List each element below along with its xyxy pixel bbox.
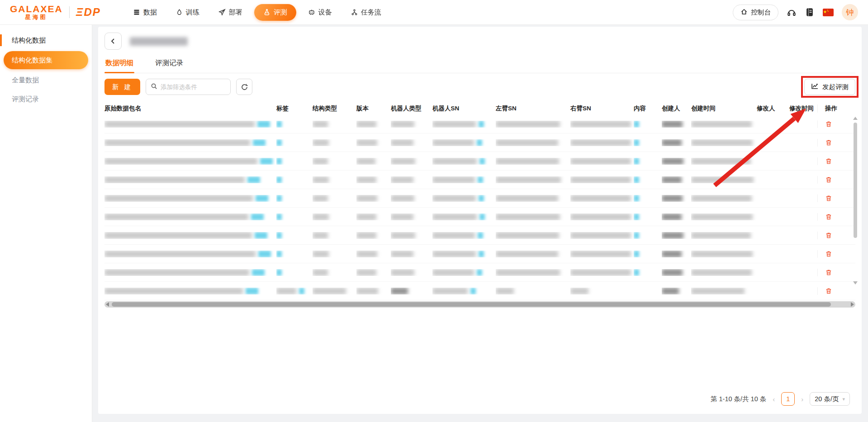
cell-rightsn	[570, 139, 634, 146]
redacted-text	[662, 251, 682, 257]
scroll-right-arrow-icon[interactable]	[851, 302, 854, 307]
redacted-text	[313, 195, 328, 202]
cell-action	[817, 194, 855, 202]
nav-item-2[interactable]: 部署	[211, 5, 250, 20]
redacted-text	[691, 288, 745, 294]
cell-action	[817, 213, 855, 221]
nav-menu: 数据训练部署评测设备任务流	[126, 4, 389, 21]
tab-1[interactable]: 评测记录	[154, 55, 184, 73]
delete-button[interactable]	[825, 157, 832, 165]
delete-button[interactable]	[825, 287, 832, 295]
redacted-text	[570, 251, 631, 257]
redacted-text	[662, 232, 683, 239]
sidebar-item-1[interactable]: 结构化数据集	[4, 51, 88, 69]
scroll-left-arrow-icon[interactable]	[106, 302, 109, 307]
delete-button[interactable]	[825, 213, 832, 221]
redacted-text	[691, 139, 753, 146]
refresh-button[interactable]	[236, 79, 252, 95]
cell-ctime	[691, 288, 757, 294]
scroll-up-arrow-icon[interactable]	[853, 117, 858, 120]
delete-button[interactable]	[825, 269, 832, 276]
cell-rtype	[391, 269, 432, 276]
launch-eval-wrap: 发起评测	[804, 79, 855, 95]
cell-leftsn	[496, 121, 570, 128]
back-button[interactable]	[104, 33, 122, 50]
redacted-text	[313, 213, 329, 220]
sidebar-item-2[interactable]: 全量数据	[0, 71, 92, 89]
redacted-text	[496, 213, 560, 220]
cell-version	[356, 232, 391, 239]
delete-button[interactable]	[825, 176, 832, 184]
delete-button[interactable]	[825, 139, 832, 147]
redacted-text	[496, 251, 558, 257]
redacted-tag	[276, 139, 282, 146]
tab-0[interactable]: 数据明细	[104, 55, 134, 73]
vertical-scrollbar[interactable]	[853, 117, 858, 298]
redacted-text	[356, 213, 376, 220]
delete-button[interactable]	[825, 250, 832, 258]
console-button[interactable]: 控制台	[733, 5, 779, 20]
delete-button[interactable]	[825, 120, 832, 128]
nav-item-4[interactable]: 设备	[301, 5, 339, 20]
new-button[interactable]: 新 建	[104, 79, 140, 95]
nav-item-label: 设备	[318, 8, 332, 17]
search-input[interactable]	[161, 84, 226, 90]
deploy-icon	[218, 9, 226, 16]
filter-search[interactable]	[146, 79, 231, 95]
cell-name	[104, 176, 276, 183]
cell-version	[356, 269, 391, 276]
redacted-text	[691, 213, 753, 220]
tabs: 数据明细评测记录	[104, 55, 855, 73]
redacted-text	[496, 176, 561, 183]
flag-cn-icon[interactable]	[823, 9, 834, 16]
launch-eval-button[interactable]: 发起评测	[804, 79, 855, 95]
redacted-tag	[251, 213, 264, 220]
horizontal-scrollbar[interactable]	[104, 301, 855, 308]
scroll-down-arrow-icon[interactable]	[853, 281, 858, 284]
nav-item-3[interactable]: 评测	[254, 4, 296, 21]
cell-creator	[662, 288, 691, 294]
redacted-text	[391, 121, 414, 128]
cell-struct	[313, 195, 356, 202]
notebook-icon[interactable]	[805, 7, 815, 17]
column-header-content: 内容	[634, 104, 662, 113]
cell-tag	[276, 176, 313, 183]
redacted-text	[356, 176, 376, 183]
next-page-button[interactable]: ›	[801, 395, 803, 403]
nav-item-0[interactable]: 数据	[126, 5, 164, 20]
redacted-text	[313, 269, 328, 276]
redacted-text	[570, 176, 631, 183]
cell-tag	[276, 269, 313, 276]
column-header-creator: 创建人	[662, 104, 691, 113]
cell-rightsn	[570, 251, 634, 257]
cell-struct	[313, 176, 356, 183]
headset-icon[interactable]	[787, 7, 797, 17]
redacted-text	[104, 269, 249, 276]
nav-item-5[interactable]: 任务流	[344, 5, 389, 20]
sidebar-item-3[interactable]: 评测记录	[0, 90, 92, 108]
horizontal-scroll-thumb[interactable]	[112, 302, 831, 307]
table-row-0	[104, 115, 855, 133]
current-page-button[interactable]: 1	[781, 392, 795, 406]
cell-action	[817, 120, 855, 128]
delete-button[interactable]	[825, 232, 832, 239]
redacted-tag	[634, 121, 639, 128]
cell-rtype	[391, 176, 432, 183]
cell-tag	[276, 195, 313, 202]
cell-ctime	[691, 176, 757, 183]
redacted-tag	[299, 288, 304, 294]
redacted-text	[691, 232, 751, 239]
cell-rtype	[391, 195, 432, 202]
delete-button[interactable]	[825, 194, 832, 202]
avatar[interactable]: 钟	[842, 4, 858, 20]
cell-action	[817, 250, 855, 258]
redacted-text	[432, 232, 475, 239]
redacted-text	[391, 232, 415, 239]
page-size-select[interactable]: 20 条/页 ▾	[810, 392, 850, 406]
prev-page-button[interactable]: ‹	[773, 395, 775, 403]
cell-version	[356, 251, 391, 257]
redacted-text	[356, 269, 376, 276]
vertical-scroll-thumb[interactable]	[854, 123, 857, 238]
nav-item-1[interactable]: 训练	[169, 5, 207, 20]
redacted-tag	[276, 158, 282, 165]
